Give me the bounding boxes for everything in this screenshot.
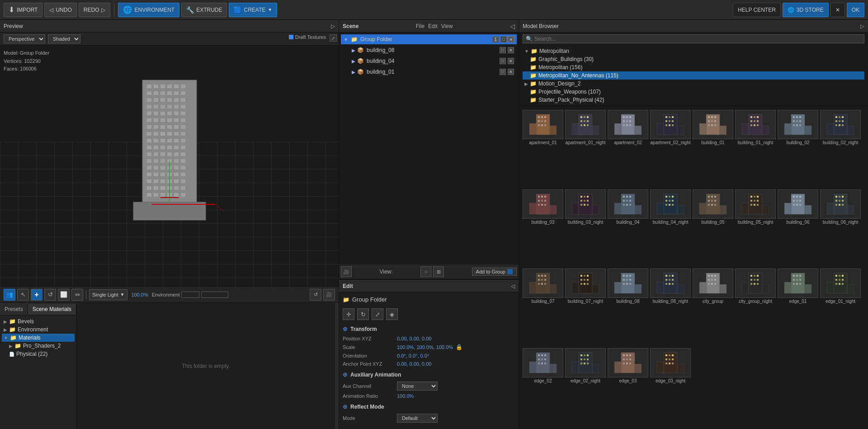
group-visibility-btn[interactable]: □ — [500, 36, 507, 42]
camera-view-icon[interactable]: 🎥 — [341, 266, 352, 277]
group-close-btn[interactable]: ✕ — [508, 36, 514, 42]
model-item-building_04_night[interactable]: building_04_night — [650, 189, 691, 267]
add-tool-button[interactable]: + — [31, 289, 42, 301]
model-item-city_group_night[interactable]: city_group_night — [735, 269, 776, 346]
model-item-city_group[interactable]: city_group — [693, 269, 733, 346]
scene-item-building04[interactable]: ▶ 📦 building_04 □ ✕ — [341, 56, 517, 66]
select-mode-button[interactable]: 👥 — [4, 289, 15, 301]
model-item-apartment_01[interactable]: apartment_01 — [523, 110, 563, 188]
pro-shaders-item[interactable]: ▶ 📁 Pro_Shaders_2 — [2, 342, 75, 350]
model-item-building_06[interactable]: building_06 — [778, 189, 818, 267]
mb-graphic-buildings[interactable]: 📁 Graphic_Buildings (30) — [523, 55, 864, 63]
building08-close[interactable]: ✕ — [508, 47, 514, 53]
presets-tab[interactable]: Presets — [0, 304, 28, 314]
model-browser-expand[interactable]: ▷ — [860, 23, 864, 29]
building04-visibility[interactable]: □ — [500, 58, 506, 64]
create-button[interactable]: 🟦 CREATE ▼ — [229, 3, 277, 17]
environment-rect2[interactable] — [201, 292, 228, 298]
rotate-tool-icon[interactable]: ↻ — [357, 308, 369, 320]
model-item-edge_01[interactable]: edge_01 — [778, 269, 818, 346]
environment-color-swatch[interactable] — [181, 292, 199, 298]
building08-visibility[interactable]: □ — [500, 47, 506, 53]
viewport-mode-dropdown[interactable]: Perspective — [4, 34, 45, 43]
model-item-building_02_night[interactable]: building_02_night — [820, 110, 861, 188]
preview-expand-icon[interactable]: ▷ — [331, 23, 335, 29]
model-item-edge_03_night[interactable]: edge_03_night — [650, 348, 691, 426]
scene-file-menu[interactable]: File — [416, 23, 425, 29]
environment-button[interactable]: 🌐 ENVIRONMENT — [118, 3, 179, 17]
import-button[interactable]: ⬇ IMPORT — [4, 3, 42, 17]
view-sphere-btn[interactable]: ○ — [420, 266, 431, 277]
bevels-item[interactable]: ▶ 📁 Bevels — [2, 317, 75, 325]
model-item-building_01[interactable]: building_01 — [693, 110, 733, 188]
light-mode-selector[interactable]: Single Light ▼ — [89, 289, 127, 300]
model-item-edge_01_night[interactable]: edge_01_night — [820, 269, 861, 346]
scale-tool-icon[interactable]: ⤢ — [372, 308, 383, 320]
3d-store-button[interactable]: 🌐 3D STORE — [783, 3, 829, 17]
model-item-building_03_night[interactable]: building_03_night — [565, 189, 606, 267]
camera-button[interactable]: 🎥 — [323, 289, 335, 301]
reset-view-button[interactable]: ↺ — [310, 289, 321, 301]
move-tool-icon[interactable]: ✛ — [343, 308, 354, 320]
scene-edit-menu[interactable]: Edit — [428, 23, 438, 29]
add-to-group-button[interactable]: Add to Group — [472, 268, 517, 276]
environment-item[interactable]: ▶ 📁 Environment — [2, 325, 75, 334]
redo-button[interactable]: REDO ▷ — [79, 3, 111, 17]
anchor-value[interactable]: 0.00, 0.00, 0.00 — [397, 361, 431, 367]
model-item-building_05[interactable]: building_05 — [693, 189, 733, 267]
building01-visibility[interactable]: □ — [500, 69, 506, 75]
anim-ratio-value[interactable]: 100.0% — [397, 393, 414, 399]
help-center-button[interactable]: HELP CENTER — [733, 3, 781, 17]
building04-close[interactable]: ✕ — [508, 58, 514, 64]
mb-motion-design[interactable]: ▶ 📁 Motion_Design_2 — [523, 80, 864, 88]
model-item-edge_02[interactable]: edge_02 — [523, 348, 563, 426]
scene-item-building01[interactable]: ▶ 📦 building_01 □ ✕ — [341, 67, 517, 77]
model-item-building_03[interactable]: building_03 — [523, 189, 563, 267]
orientation-value[interactable]: 0.0°, 0.0°, 0.0° — [397, 353, 429, 358]
materials-item[interactable]: ▼ 📁 Materials — [2, 334, 75, 342]
view-grid-btn[interactable]: ⊞ — [433, 266, 444, 277]
model-item-building_06_night[interactable]: building_06_night — [820, 189, 861, 267]
frame-button[interactable]: ⬜ — [58, 289, 70, 301]
search-input[interactable] — [534, 36, 861, 42]
close-button[interactable]: ✕ — [830, 3, 845, 17]
position-value[interactable]: 0.00, 0.00, 0.00 — [397, 336, 431, 341]
model-item-building_07[interactable]: building_07 — [523, 269, 563, 346]
edit-expand-icon[interactable]: ◁ — [511, 283, 515, 289]
model-item-apartment_02[interactable]: apartment_02 — [608, 110, 648, 188]
model-item-edge_02_night[interactable]: edge_02_night — [565, 348, 606, 426]
transform-button[interactable]: ⇔ — [71, 289, 83, 301]
pointer-tool-button[interactable]: ↖ — [17, 289, 29, 301]
model-item-apartment_01_night[interactable]: apartment_01_night — [565, 110, 606, 188]
viewport-expand-button[interactable]: ⤢ — [330, 34, 337, 42]
model-item-building_08_night[interactable]: building_08_night — [650, 269, 691, 346]
model-browser-search[interactable]: 🔍 — [523, 34, 864, 43]
model-item-apartment_02_night[interactable]: apartment_02_night — [650, 110, 691, 188]
ok-button[interactable]: OK — [847, 3, 864, 17]
physical-item[interactable]: 📄 Physical (22) — [2, 350, 75, 358]
scene-view-menu[interactable]: View — [441, 23, 453, 29]
model-item-building_08[interactable]: building_08 — [608, 269, 648, 346]
mb-metropolitan-no-antennas[interactable]: 📁 Metropolitan_No_Antennas (115) — [523, 71, 864, 80]
shading-mode-dropdown[interactable]: Shaded — [48, 34, 80, 43]
model-item-edge_03[interactable]: edge_03 — [608, 348, 648, 426]
viewport-canvas[interactable]: Model: Group Folder Vertices: 102290 Fac… — [0, 46, 339, 286]
mb-metropolitan-sub[interactable]: 📁 Metropolitan (156) — [523, 63, 864, 71]
aux-channel-select[interactable]: None — [397, 382, 438, 391]
refresh-button[interactable]: ↺ — [44, 289, 56, 301]
scene-item-building08[interactable]: ▶ 📦 building_08 □ ✕ — [341, 45, 517, 55]
resize-handle[interactable] — [335, 303, 339, 429]
model-item-building_01_night[interactable]: building_01_night — [735, 110, 776, 188]
mb-projectile-weapons[interactable]: 📁 Projectile_Weapons (107) — [523, 88, 864, 96]
scale-lock-icon[interactable]: 🔒 — [456, 344, 462, 350]
building01-close[interactable]: ✕ — [508, 69, 514, 75]
mb-starter-pack[interactable]: 📁 Starter_Pack_Physical (42) — [523, 96, 864, 104]
scene-expand-button[interactable]: ◁ — [510, 23, 515, 30]
mb-metropolitan[interactable]: ▼ 📁 Metropolitan — [523, 47, 864, 55]
model-item-building_07_night[interactable]: building_07_night — [565, 269, 606, 346]
mode-select[interactable]: Default — [397, 414, 438, 423]
extrude-button[interactable]: 🔧 EXTRUDE — [181, 3, 227, 17]
undo-button[interactable]: ◁ UNDO — [44, 3, 76, 17]
scene-materials-tab[interactable]: Scene Materials — [28, 304, 76, 314]
pivot-tool-icon[interactable]: ◈ — [386, 308, 398, 320]
